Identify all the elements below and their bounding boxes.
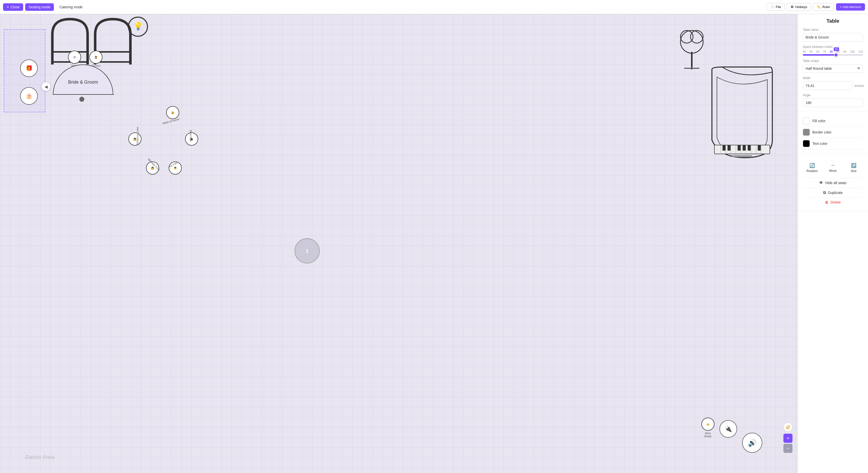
- space-chairs-label: Space between chairs: [803, 45, 863, 49]
- johanna-seat[interactable]: 👩: [128, 132, 142, 146]
- fill-color-row[interactable]: Fill color: [803, 115, 863, 127]
- hide-seats-row[interactable]: 👁 Hide all seats: [803, 178, 863, 188]
- dance-area-label: Dance Area: [25, 454, 54, 461]
- delete-icon: 🗑: [825, 200, 829, 204]
- nav-left-arrow[interactable]: ◀: [41, 82, 51, 91]
- size-icon: ↗️: [851, 163, 857, 168]
- svg-rect-22: [738, 145, 741, 151]
- zoom-controls: 🧭 + −: [783, 423, 793, 453]
- panel-title: Table: [803, 18, 863, 24]
- main-area: 🎁 🎂 💡 👘 Bride: [0, 14, 868, 473]
- hide-seats-label: Hide all seats: [825, 181, 846, 185]
- svg-point-4: [680, 30, 703, 53]
- tree-element: [677, 29, 707, 80]
- slider-track: 80: [803, 54, 863, 56]
- alice-person-icon: 👑: [706, 423, 709, 426]
- text-color-label: Text color: [812, 142, 828, 146]
- table-name-display: Bride & Groom: [68, 80, 98, 85]
- rotation-handle[interactable]: [79, 97, 84, 102]
- duplicate-row[interactable]: ⧉ Duplicate: [803, 188, 863, 198]
- svg-rect-26: [732, 155, 752, 157]
- ruler-button[interactable]: 📏 Ruler: [813, 3, 834, 11]
- groom-person-icon: 🤵: [94, 56, 97, 59]
- outlet-element: 🔌: [719, 420, 737, 438]
- size-button[interactable]: ↗️ Size: [844, 161, 863, 175]
- zoom-out-button[interactable]: −: [783, 444, 793, 453]
- maid-person-icon: 👸: [171, 111, 174, 114]
- rotation-icon: 🔄: [809, 163, 815, 168]
- table-shape-select[interactable]: Half Round table Round table Square tabl…: [803, 64, 863, 73]
- color-section: Fill color Border color Text color: [798, 111, 868, 154]
- slider-value: 80: [834, 47, 839, 51]
- hotkeys-button[interactable]: ⌘ Hotkeys: [787, 3, 811, 11]
- svg-rect-24: [748, 145, 751, 151]
- johanna-label: Johanna Lowe: [136, 127, 139, 145]
- table-name-field-label: Table name: [803, 28, 863, 31]
- cake-icon-element: 🎂: [20, 87, 38, 105]
- border-color-label: Border color: [812, 130, 832, 134]
- gift-icon-element: 🎁: [20, 59, 38, 77]
- width-field-label: Width: [803, 76, 863, 80]
- bride-groom-table-group[interactable]: 👘 Bride 🤵 Groom Bride & Groom: [53, 64, 113, 95]
- toolbar: Close Seating mode Catering mode 📄 File …: [0, 0, 868, 14]
- right-panel: Table Table name Space between chairs 45…: [798, 14, 868, 473]
- fill-color-label: Fill color: [812, 119, 826, 123]
- duplicate-icon: ⧉: [823, 190, 826, 195]
- bride-seat[interactable]: 👘: [68, 51, 81, 64]
- slider-labels: 45 55 65 75 80 85 95 105 115: [803, 50, 863, 53]
- rotation-label: Rotation: [807, 169, 818, 173]
- angle-input[interactable]: [803, 98, 863, 107]
- compass-button[interactable]: 🧭: [783, 423, 793, 432]
- add-element-button[interactable]: + Add element: [836, 3, 865, 10]
- svg-point-5: [680, 30, 693, 43]
- round-table-1[interactable]: 1: [294, 238, 320, 263]
- text-color-swatch[interactable]: [803, 140, 810, 147]
- file-button[interactable]: 📄 File: [767, 3, 785, 11]
- svg-rect-20: [722, 145, 725, 151]
- ruler-icon: 📏: [817, 5, 821, 9]
- maid-honor-seat[interactable]: 👸: [166, 106, 179, 119]
- kit-person-icon: 👨: [174, 167, 177, 170]
- alice-neale-label: AliceNeale: [701, 432, 714, 438]
- delete-button[interactable]: 🗑 Delete: [803, 198, 863, 207]
- panel-header: Table Table name Space between chairs 45…: [798, 14, 868, 111]
- angle-field-label: Angle: [803, 93, 863, 97]
- speaker-element: 🔊: [742, 433, 762, 453]
- svg-point-6: [690, 30, 703, 43]
- unit-label: Inches: [855, 84, 864, 88]
- alice-neale-seat[interactable]: 👑: [701, 418, 714, 431]
- table-name-input[interactable]: [803, 33, 863, 41]
- svg-rect-23: [743, 145, 746, 151]
- speaker-icon-element: 🔊: [742, 433, 762, 453]
- slider-thumb[interactable]: 80: [834, 53, 838, 57]
- text-color-row[interactable]: Text color: [803, 138, 863, 149]
- seating-mode-tab[interactable]: Seating mode: [25, 3, 54, 11]
- close-button[interactable]: Close: [3, 3, 23, 11]
- canvas[interactable]: 🎁 🎂 💡 👘 Bride: [0, 14, 798, 473]
- duplicate-label: Duplicate: [828, 191, 843, 195]
- border-color-row[interactable]: Border color: [803, 127, 863, 138]
- catering-mode-tab[interactable]: Catering mode: [56, 3, 86, 11]
- michele-person-icon: 👩: [151, 167, 154, 170]
- width-input[interactable]: [803, 81, 852, 90]
- hotkeys-icon: ⌘: [790, 5, 794, 9]
- piano-element: [707, 64, 777, 161]
- svg-text:💡: 💡: [133, 22, 143, 31]
- delete-label: Delete: [831, 200, 841, 204]
- fill-color-swatch[interactable]: [803, 117, 810, 124]
- bride-person-icon: 👘: [73, 56, 76, 59]
- half-round-table-body[interactable]: Bride & Groom: [53, 64, 113, 95]
- bride-seat-area: 👘 Bride: [68, 51, 81, 67]
- move-icon: ↔️: [831, 163, 835, 168]
- rotation-button[interactable]: 🔄 Rotation: [803, 161, 822, 175]
- move-label: Move: [829, 169, 837, 173]
- alice-neale-area: 👑 AliceNeale: [701, 418, 714, 438]
- best-man-label: Best Man: [189, 130, 192, 142]
- groom-seat[interactable]: 🤵: [89, 51, 102, 64]
- zoom-in-button[interactable]: +: [783, 434, 793, 443]
- groom-seat-area: 🤵 Groom: [89, 51, 102, 67]
- border-color-swatch[interactable]: [803, 129, 810, 136]
- actions-grid: 🔄 Rotation ↔️ Move ↗️ Size: [803, 158, 863, 178]
- move-button[interactable]: ↔️ Move: [824, 161, 842, 175]
- size-label: Size: [850, 169, 857, 173]
